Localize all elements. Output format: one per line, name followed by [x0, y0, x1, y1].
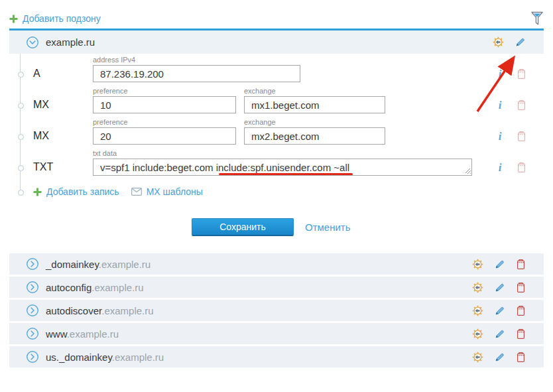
- form-buttons-row: Сохранить Отменить: [192, 218, 544, 253]
- field-input[interactable]: [93, 127, 236, 145]
- record-field: address IPv4: [93, 56, 300, 82]
- record-fields: address IPv4: [93, 56, 544, 82]
- mx-templates-label: MX шаблоны: [147, 186, 203, 197]
- cancel-link[interactable]: Отменить: [305, 222, 351, 233]
- field-label: preference: [93, 119, 236, 126]
- tree-node-dot: [18, 134, 24, 140]
- chevron-down-circle-icon[interactable]: [26, 36, 39, 49]
- subdomain-name: _domainkey.example.ru: [46, 259, 151, 270]
- field-label: exchange: [244, 88, 385, 95]
- subdomain-row[interactable]: autoconfig.example.ru: [9, 277, 544, 298]
- chevron-right-circle-icon[interactable]: [26, 257, 39, 271]
- mx-templates-link[interactable]: MX шаблоны: [131, 186, 203, 197]
- resize-handle-icon[interactable]: [465, 168, 471, 174]
- record-field: exchange: [244, 88, 385, 113]
- gear-settings-icon[interactable]: [472, 328, 483, 340]
- chevron-right-circle-icon[interactable]: [26, 281, 39, 294]
- plus-icon: [33, 188, 42, 196]
- record-fields: preference exchange: [93, 88, 544, 113]
- delete-trash-icon[interactable]: [517, 131, 526, 142]
- edit-pencil-icon[interactable]: [494, 305, 505, 316]
- record-field: txt data: [93, 150, 472, 176]
- subdomain-name: autoconfig.example.ru: [46, 282, 144, 293]
- add-record-label: Добавить запись: [46, 186, 119, 197]
- info-icon[interactable]: i: [495, 162, 505, 173]
- subdomain-row[interactable]: _domainkey.example.ru: [9, 253, 544, 275]
- gear-settings-icon[interactable]: [493, 36, 504, 48]
- zone-name: example.ru: [46, 36, 95, 48]
- dns-zone-editor: Добавить подзону example.ru: [0, 0, 553, 392]
- field-label: exchange: [244, 119, 385, 126]
- field-label: address IPv4: [93, 56, 300, 64]
- field-input[interactable]: [93, 65, 300, 82]
- record-actions-row: Добавить запись MX шаблоны: [33, 185, 544, 198]
- tree-node-dot: [18, 72, 24, 78]
- field-label: preference: [93, 88, 236, 95]
- add-subzone-link[interactable]: Добавить подзону: [9, 13, 101, 24]
- record-fields: preference exchange: [93, 119, 544, 145]
- zone-header-row[interactable]: example.ru: [9, 31, 544, 54]
- info-icon[interactable]: i: [495, 68, 505, 80]
- plus-icon: [9, 15, 18, 23]
- dns-record-row: MX preference exchange i: [9, 85, 544, 116]
- delete-trash-icon[interactable]: [517, 68, 526, 80]
- envelope-icon: [131, 188, 142, 196]
- records-list: A address IPv4 i MX preference: [9, 54, 544, 178]
- subdomain-row[interactable]: us._domainkey.example.ru: [9, 346, 544, 367]
- delete-trash-icon[interactable]: [516, 305, 526, 316]
- records-section: A address IPv4 i MX preference: [9, 54, 544, 253]
- field-input[interactable]: [244, 127, 385, 145]
- tree-node-dot: [18, 103, 24, 109]
- edit-pencil-icon[interactable]: [494, 259, 505, 270]
- delete-trash-icon[interactable]: [517, 162, 526, 173]
- chevron-right-circle-icon[interactable]: [26, 304, 39, 317]
- edit-pencil-icon[interactable]: [515, 36, 526, 48]
- dns-record-row: TXT txt data i: [9, 147, 544, 178]
- funnel-filter-icon[interactable]: [530, 11, 544, 26]
- toolbar: Добавить подзону: [9, 9, 544, 28]
- dns-record-row: MX preference exchange i: [9, 116, 544, 147]
- edit-pencil-icon[interactable]: [494, 282, 505, 293]
- zone-panel: example.ru: [9, 29, 544, 253]
- delete-trash-icon[interactable]: [516, 259, 526, 270]
- record-type-label: MX: [33, 99, 49, 111]
- chevron-right-circle-icon[interactable]: [26, 327, 39, 340]
- record-type-label: TXT: [33, 161, 53, 173]
- record-field: preference: [93, 119, 236, 145]
- info-icon[interactable]: i: [495, 99, 505, 111]
- subdomain-name: www.example.ru: [46, 328, 119, 340]
- add-subzone-label: Добавить подзону: [23, 13, 101, 24]
- gear-settings-icon[interactable]: [472, 259, 483, 270]
- field-input[interactable]: [93, 159, 472, 176]
- record-type-label: MX: [33, 130, 49, 142]
- save-button[interactable]: Сохранить: [192, 218, 294, 236]
- delete-trash-icon[interactable]: [516, 352, 526, 363]
- delete-trash-icon[interactable]: [516, 282, 526, 293]
- subdomain-name: us._domainkey.example.ru: [46, 352, 164, 363]
- edit-pencil-icon[interactable]: [494, 352, 505, 363]
- record-type-label: A: [33, 68, 40, 80]
- edit-pencil-icon[interactable]: [494, 328, 505, 340]
- record-field: preference: [93, 88, 236, 113]
- gear-settings-icon[interactable]: [472, 352, 483, 363]
- chevron-right-circle-icon[interactable]: [26, 350, 39, 363]
- subdomain-row[interactable]: autodiscover.example.ru: [9, 300, 544, 321]
- record-fields: txt data: [93, 150, 544, 176]
- subdomain-name: autodiscover.example.ru: [46, 305, 154, 316]
- field-input[interactable]: [93, 96, 236, 113]
- add-record-link[interactable]: Добавить запись: [33, 186, 119, 197]
- gear-settings-icon[interactable]: [472, 282, 483, 293]
- delete-trash-icon[interactable]: [517, 99, 526, 111]
- delete-trash-icon[interactable]: [516, 328, 526, 340]
- record-field: exchange: [244, 119, 385, 145]
- tree-node-dot: [18, 190, 24, 196]
- dns-record-row: A address IPv4 i: [9, 54, 544, 85]
- field-input[interactable]: [244, 96, 385, 113]
- tree-node-dot: [18, 165, 24, 171]
- field-label: txt data: [93, 150, 472, 157]
- subdomain-list: _domainkey.example.ru: [9, 253, 544, 369]
- gear-settings-icon[interactable]: [472, 305, 483, 316]
- subdomain-row[interactable]: www.example.ru: [9, 323, 544, 344]
- info-icon[interactable]: i: [495, 131, 505, 142]
